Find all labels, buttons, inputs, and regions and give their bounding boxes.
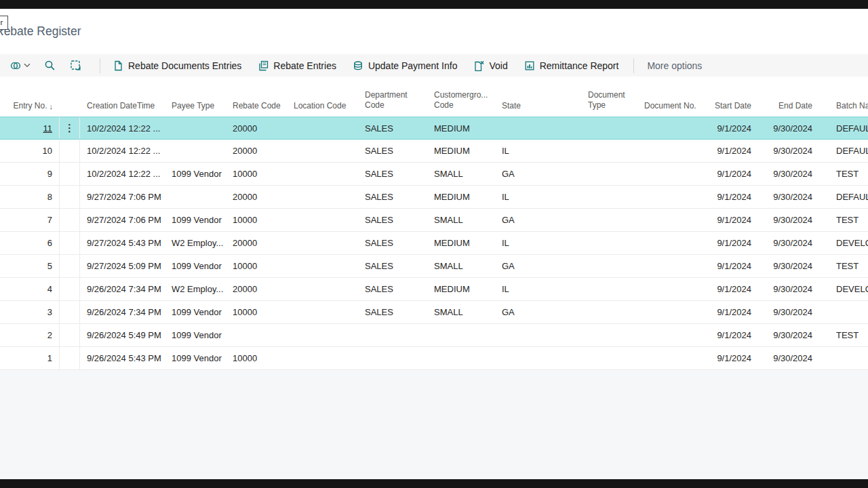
cell-entry-no[interactable]: 2 xyxy=(0,324,60,346)
cell-start[interactable]: 9/1/2024 xyxy=(709,169,755,179)
customergroup-value[interactable]: MEDIUM xyxy=(434,123,470,134)
table-row[interactable]: 69/27/2024 5:43 PMW2 Employ...20000SALES… xyxy=(0,232,868,255)
cell-department[interactable]: SALES xyxy=(361,238,431,248)
cell-end[interactable]: 9/30/2024 xyxy=(755,307,816,317)
cell-start[interactable]: 9/1/2024 xyxy=(709,123,755,134)
cell-start[interactable]: 9/1/2024 xyxy=(709,284,755,294)
cell-customergroup[interactable]: SMALL xyxy=(431,215,498,225)
column-header-payee[interactable]: Payee Type xyxy=(168,101,229,110)
cell-menu[interactable] xyxy=(60,163,80,185)
table-row[interactable]: 59/27/2024 5:09 PM1099 Vendor10000SALESS… xyxy=(0,255,868,278)
cell-menu[interactable] xyxy=(60,278,80,300)
cell-entry-no[interactable]: 11 xyxy=(0,117,60,139)
cell-entry-no[interactable]: 4 xyxy=(0,278,60,300)
cell-entry-no[interactable]: 6 xyxy=(0,232,60,254)
cell-creation[interactable]: 10/2/2024 12:22 ... xyxy=(80,146,168,156)
cell-menu[interactable] xyxy=(60,186,80,208)
table-row[interactable]: 910/2/2024 12:22 ...1099 Vendor10000SALE… xyxy=(0,163,868,186)
cell-creation[interactable]: 9/26/2024 7:34 PM xyxy=(80,284,168,294)
cell-batch[interactable]: DEVELOP xyxy=(816,284,868,294)
cell-payee[interactable]: 1099 Vendor xyxy=(168,215,229,225)
cell-end[interactable]: 9/30/2024 xyxy=(755,169,816,179)
column-header-department[interactable]: Department Code xyxy=(361,90,431,110)
cell-state[interactable]: IL xyxy=(498,284,585,294)
cell-payee[interactable]: 1099 Vendor xyxy=(168,307,229,317)
cell-department[interactable]: SALES xyxy=(361,284,431,294)
cell-entry-no[interactable]: 1 xyxy=(0,347,60,369)
column-header-rebate[interactable]: Rebate Code xyxy=(229,101,290,110)
cell-state[interactable]: IL xyxy=(498,192,585,202)
update-payment-info-button[interactable]: Update Payment Info xyxy=(352,60,458,72)
void-button[interactable]: Void xyxy=(473,60,507,72)
cell-entry-no[interactable]: 3 xyxy=(0,301,60,323)
cell-start[interactable]: 9/1/2024 xyxy=(709,307,755,317)
cell-payee[interactable]: 1099 Vendor xyxy=(168,330,229,340)
cell-end[interactable]: 9/30/2024 xyxy=(755,330,816,340)
entry-no-link[interactable]: 11 xyxy=(43,123,53,134)
cell-menu[interactable] xyxy=(60,232,80,254)
cell-batch[interactable]: DEFAULT xyxy=(816,123,868,134)
rebate-documents-entries-button[interactable]: Rebate Documents Entries xyxy=(112,60,241,72)
remittance-report-button[interactable]: Remittance Report xyxy=(524,60,619,72)
cell-menu[interactable] xyxy=(60,140,80,162)
cell-rebate[interactable]: 10000 xyxy=(229,169,290,179)
cell-customergroup[interactable]: MEDIUM xyxy=(431,284,498,294)
cell-rebate[interactable]: 20000 xyxy=(229,146,290,156)
views-icon[interactable] xyxy=(9,60,22,72)
table-row[interactable]: 39/26/2024 7:34 PM1099 Vendor10000SALESS… xyxy=(0,301,868,324)
cell-rebate[interactable]: 10000 xyxy=(229,215,290,225)
cell-customergroup[interactable]: SMALL xyxy=(431,261,498,271)
cell-payee[interactable]: 1099 Vendor xyxy=(168,169,229,179)
cell-creation[interactable]: 9/27/2024 7:06 PM xyxy=(80,192,168,202)
cell-end[interactable]: 9/30/2024 xyxy=(755,261,816,271)
cell-rebate[interactable]: 10000 xyxy=(229,261,290,271)
cell-creation[interactable]: 9/26/2024 5:49 PM xyxy=(80,330,168,340)
cell-rebate[interactable]: 20000 xyxy=(229,123,290,134)
cell-entry-no[interactable]: 8 xyxy=(0,186,60,208)
cell-batch[interactable]: DEVELOP xyxy=(816,238,868,248)
cell-state[interactable]: GA xyxy=(498,215,585,225)
cell-start[interactable]: 9/1/2024 xyxy=(709,353,755,363)
cell-creation[interactable]: 9/26/2024 7:34 PM xyxy=(80,307,168,317)
cell-creation[interactable]: 9/27/2024 5:43 PM xyxy=(80,238,168,248)
cell-entry-no[interactable]: 5 xyxy=(0,255,60,277)
cell-customergroup[interactable]: MEDIUM xyxy=(431,146,498,156)
cell-customergroup[interactable]: SMALL xyxy=(431,307,498,317)
table-row[interactable]: 89/27/2024 7:06 PM20000SALESMEDIUMIL9/1/… xyxy=(0,186,868,209)
cell-end[interactable]: 9/30/2024 xyxy=(755,123,816,134)
column-header-state[interactable]: State xyxy=(498,101,585,110)
cell-start[interactable]: 9/1/2024 xyxy=(709,330,755,340)
cell-creation[interactable]: 10/2/2024 12:22 ... xyxy=(80,169,168,179)
row-menu-icon[interactable]: ⋮ xyxy=(64,122,75,134)
table-row[interactable]: 29/26/2024 5:49 PM1099 Vendor9/1/20249/3… xyxy=(0,324,868,347)
table-row[interactable]: 19/26/2024 5:43 PM1099 Vendor100009/1/20… xyxy=(0,347,868,370)
cell-state[interactable]: IL xyxy=(498,238,585,248)
cell-batch[interactable]: TEST xyxy=(816,330,868,340)
column-header-creation[interactable]: Creation DateTime xyxy=(80,101,168,110)
cell-menu[interactable] xyxy=(60,301,80,323)
cell-batch[interactable]: DEFAULT xyxy=(816,192,868,202)
cell-menu[interactable] xyxy=(60,324,80,346)
column-header-entry-no[interactable]: Entry No.↓ xyxy=(0,101,60,110)
cell-end[interactable]: 9/30/2024 xyxy=(755,238,816,248)
cell-batch[interactable]: TEST xyxy=(816,261,868,271)
cell-menu[interactable] xyxy=(60,209,80,231)
table-row[interactable]: 79/27/2024 7:06 PM1099 Vendor10000SALESS… xyxy=(0,209,868,232)
cell-customergroup[interactable]: MEDIUM xyxy=(431,123,498,134)
table-row[interactable]: 1010/2/2024 12:22 ...20000SALESMEDIUMIL9… xyxy=(0,140,868,163)
cell-creation[interactable]: 9/26/2024 5:43 PM xyxy=(80,353,168,363)
table-row[interactable]: 49/26/2024 7:34 PMW2 Employ...20000SALES… xyxy=(0,278,868,301)
cell-creation[interactable]: 9/27/2024 7:06 PM xyxy=(80,215,168,225)
cell-menu[interactable]: ⋮ xyxy=(60,117,80,139)
rebate-entries-button[interactable]: Rebate Entries xyxy=(257,60,336,72)
cell-customergroup[interactable]: MEDIUM xyxy=(431,238,498,248)
cell-rebate[interactable]: 10000 xyxy=(229,353,290,363)
design-grid-icon[interactable] xyxy=(69,60,81,72)
cell-end[interactable]: 9/30/2024 xyxy=(755,215,816,225)
cell-creation[interactable]: 10/2/2024 12:22 ... xyxy=(80,123,168,134)
cell-batch[interactable]: TEST xyxy=(816,215,868,225)
cell-state[interactable]: GA xyxy=(498,169,585,179)
column-header-customergroup[interactable]: Customergro... Code xyxy=(431,90,498,110)
column-header-batch[interactable]: Batch Name xyxy=(816,101,868,110)
more-options-button[interactable]: More options xyxy=(647,60,702,71)
